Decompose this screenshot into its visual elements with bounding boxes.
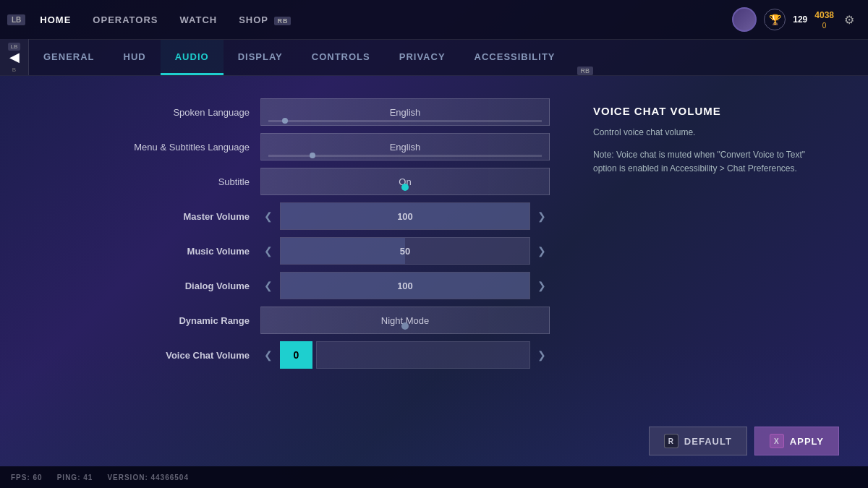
voice-chat-label: Voice Chat Volume [29,350,260,361]
apply-button[interactable]: X APPLY [754,427,839,455]
tab-general[interactable]: GENERAL [29,40,109,75]
spoken-language-dropdown[interactable]: English [260,98,550,126]
subtitle-control[interactable]: On [260,168,550,195]
back-button[interactable]: LB ◀ B [0,39,29,75]
settings-tabs: GENERAL HUD AUDIO DISPLAY CONTROLS PRIVA… [29,40,593,75]
subtitle-row: Subtitle On [29,167,550,196]
info-panel: VOICE CHAT VOLUME Control voice chat vol… [550,98,825,445]
music-volume-value: 50 [400,246,410,257]
voice-chat-right-arrow[interactable]: ❯ [534,348,550,362]
info-description1: Control voice chat volume. [593,126,825,140]
voice-chat-slider-control: ❮ 0 ❯ [260,341,550,369]
master-volume-left-arrow[interactable]: ❮ [260,209,276,223]
main-content: Spoken Language English Menu & Subtitles… [0,76,868,466]
tab-audio[interactable]: AUDIO [161,40,224,75]
music-volume-row: Music Volume ❮ 50 ❯ [29,236,550,265]
default-label: DEFAULT [684,436,732,447]
default-button[interactable]: R DEFAULT [649,427,747,455]
top-bar-right: 🏆 129 4038 0 ⚙ [732,7,857,32]
music-volume-right-arrow[interactable]: ❯ [534,244,550,258]
fps-stat: FPS: 60 [11,474,43,481]
level-stat: 129 [793,14,807,25]
info-description2: Note: Voice chat is muted when "Convert … [593,148,825,176]
subtitle-pip [401,184,409,191]
lb-badge: LB [7,14,25,25]
trophy-icon: 🏆 [764,9,786,30]
subtitle-toggle[interactable]: On [260,168,550,195]
nav-item-operators[interactable]: OPERATORS [93,14,158,25]
settings-form: Spoken Language English Menu & Subtitles… [29,98,550,445]
tab-privacy[interactable]: PRIVACY [385,40,460,75]
tab-accessibility[interactable]: ACCESSIBILITY [460,40,570,75]
settings-nav: LB ◀ B GENERAL HUD AUDIO DISPLAY CONTROL… [0,40,868,76]
menu-language-control[interactable]: English [260,133,550,160]
back-b-label: B [12,67,16,73]
master-volume-track[interactable]: 100 [280,202,530,230]
dialog-volume-control[interactable]: ❮ 100 ❯ [260,272,550,299]
master-volume-control[interactable]: ❮ 100 ❯ [260,202,550,230]
master-volume-row: Master Volume ❮ 100 ❯ [29,202,550,231]
default-key: R [664,434,678,448]
action-buttons: R DEFAULT X APPLY [649,427,839,455]
version-stat: VERSION: 44366504 [107,474,189,481]
dialog-volume-right-arrow[interactable]: ❯ [534,278,550,293]
dynamic-range-label: Dynamic Range [29,315,260,326]
voice-chat-track[interactable] [316,341,530,369]
level-value: 129 [793,14,807,25]
nav-item-shop[interactable]: SHOP RB [239,14,291,25]
dynamic-range-dropdown[interactable]: Night Mode [260,307,550,334]
dynamic-range-row: Dynamic Range Night Mode [29,306,550,335]
voice-chat-value-box: 0 [280,341,312,369]
menu-language-thumb [310,153,315,158]
ping-stat: PING: 41 [57,474,93,481]
master-volume-right-arrow[interactable]: ❯ [534,209,550,223]
menu-language-slider [268,155,542,157]
top-nav-items: HOME OPERATORS WATCH SHOP RB [40,14,732,25]
spoken-language-slider [268,120,542,122]
music-volume-label: Music Volume [29,246,260,257]
shop-badge: RB [274,17,291,25]
bottom-bar: FPS: 60 PING: 41 VERSION: 44366504 [0,466,868,488]
dynamic-range-control[interactable]: Night Mode [260,307,550,334]
music-volume-slider-control: ❮ 50 ❯ [260,237,550,265]
tab-controls[interactable]: CONTROLS [297,40,385,75]
master-volume-label: Master Volume [29,211,260,222]
spoken-language-label: Spoken Language [29,107,260,118]
music-volume-left-arrow[interactable]: ❮ [260,244,276,258]
voice-chat-row: Voice Chat Volume ❮ 0 ❯ [29,341,550,369]
apply-label: APPLY [790,436,824,447]
top-nav-bar: LB HOME OPERATORS WATCH SHOP RB 🏆 129 40… [0,0,868,40]
dialog-volume-left-arrow[interactable]: ❮ [260,278,276,293]
voice-chat-control[interactable]: ❮ 0 ❯ [260,341,550,369]
menu-language-label: Menu & Subtitles Language [29,142,260,153]
menu-language-dropdown[interactable]: English [260,133,550,160]
avatar [732,7,757,32]
back-lb-badge: LB [8,43,21,51]
settings-icon[interactable]: ⚙ [841,10,857,30]
currency-value: 4038 [814,10,834,20]
nav-item-watch[interactable]: WATCH [180,14,218,25]
rb-badge: RB [577,67,594,75]
subtitle-label: Subtitle [29,176,260,187]
music-volume-control[interactable]: ❮ 50 ❯ [260,237,550,265]
music-volume-track[interactable]: 50 [280,237,530,265]
apply-key: X [770,434,784,448]
voice-chat-left-arrow[interactable]: ❮ [260,348,276,362]
dialog-volume-label: Dialog Volume [29,281,260,291]
sub-currency: 0 [822,22,827,30]
tab-display[interactable]: DISPLAY [224,40,297,75]
nav-item-home[interactable]: HOME [40,14,71,25]
master-volume-value: 100 [397,211,413,222]
dialog-volume-value: 100 [397,281,413,291]
dialog-volume-row: Dialog Volume ❮ 100 ❯ [29,271,550,300]
dialog-volume-track[interactable]: 100 [280,272,530,299]
info-title: VOICE CHAT VOLUME [593,105,825,117]
music-volume-fill [281,238,405,264]
menu-language-row: Menu & Subtitles Language English [29,132,550,161]
tab-hud[interactable]: HUD [109,40,161,75]
currency-stat: 4038 0 [814,10,834,30]
master-volume-slider-control: ❮ 100 ❯ [260,202,550,230]
spoken-language-control[interactable]: English [260,98,550,126]
spoken-language-row: Spoken Language English [29,98,550,127]
dynamic-range-pip [401,322,409,330]
